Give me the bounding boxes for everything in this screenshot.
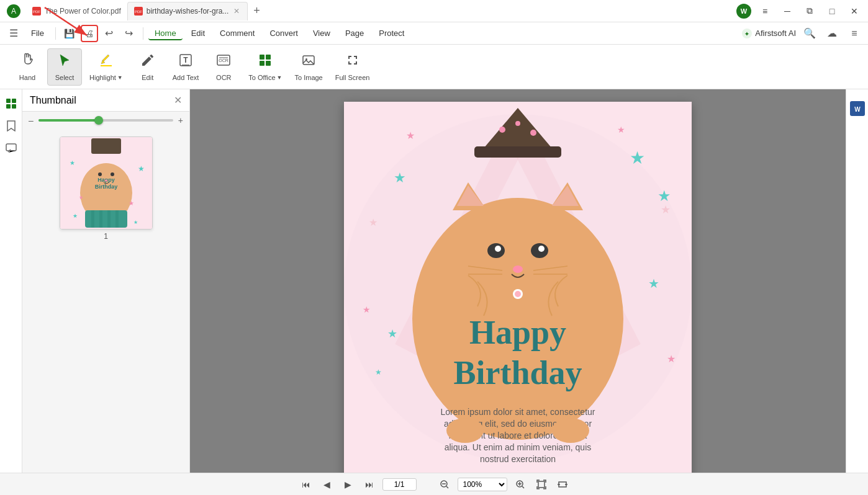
sidebar-icons xyxy=(0,89,22,473)
comments-panel-toggle[interactable] xyxy=(2,139,20,158)
hand-icon xyxy=(20,53,35,71)
svg-text:★: ★ xyxy=(394,170,406,185)
svg-rect-33 xyxy=(99,210,102,228)
menu-view[interactable]: View xyxy=(307,26,337,40)
svg-rect-32 xyxy=(91,210,94,228)
thumbnail-image: ★ ★ ★ ★ ★ ★ Happy Birthday xyxy=(60,136,153,230)
menu-protect[interactable]: Protect xyxy=(373,26,410,40)
fit-page-button[interactable] xyxy=(533,476,549,493)
minimize-button[interactable]: ─ xyxy=(779,2,796,20)
last-page-button[interactable]: ⏭ xyxy=(361,476,377,493)
tab-pdf2[interactable]: PDF birthday-wishes-for-gra... ✕ xyxy=(127,2,248,20)
svg-text:OCR: OCR xyxy=(219,58,229,63)
zoom-out-small[interactable]: – xyxy=(29,115,34,125)
print-button[interactable]: 🖨 xyxy=(81,25,98,42)
svg-point-72 xyxy=(538,246,545,252)
page-input[interactable] xyxy=(382,478,417,491)
svg-rect-20 xyxy=(266,61,271,66)
hamburger-button[interactable]: ≡ xyxy=(756,2,774,20)
svg-text:★: ★ xyxy=(363,305,371,314)
file-menu[interactable]: File xyxy=(25,26,50,40)
save-button[interactable]: 💾 xyxy=(61,25,78,42)
highlight-dropdown-icon[interactable]: ▼ xyxy=(117,74,123,81)
restore-button[interactable]: ⧉ xyxy=(801,2,818,20)
thumbnail-close-button[interactable]: ✕ xyxy=(174,94,182,106)
menu-edit[interactable]: Edit xyxy=(185,26,211,40)
full-screen-tool[interactable]: Full Screen xyxy=(330,48,375,86)
redo-button[interactable]: ↪ xyxy=(120,25,138,42)
svg-text:★: ★ xyxy=(129,200,134,207)
menu-convert[interactable]: Convert xyxy=(263,26,304,40)
svg-rect-25 xyxy=(6,104,11,109)
svg-text:★: ★ xyxy=(70,159,75,166)
zoom-in-button[interactable] xyxy=(512,476,528,493)
ocr-icon: OCR xyxy=(216,53,231,71)
to-image-tool[interactable]: To Image xyxy=(289,48,327,86)
svg-text:aliqua. Ut enim ad minim venia: aliqua. Ut enim ad minim veniam, quis xyxy=(445,442,592,452)
svg-point-66 xyxy=(515,121,520,126)
svg-text:Birthday: Birthday xyxy=(94,184,117,190)
hand-label: Hand xyxy=(19,74,35,81)
more-options-button[interactable]: ≡ xyxy=(846,25,863,42)
svg-point-44 xyxy=(98,172,102,176)
zoom-select[interactable]: 100% 75% 125% 150% 50% xyxy=(458,478,507,491)
first-page-button[interactable]: ⏮ xyxy=(298,476,314,493)
maximize-button[interactable]: □ xyxy=(823,2,841,20)
right-sidebar: W xyxy=(846,89,868,473)
thumbnail-page-number: 1 xyxy=(104,232,108,241)
main-toolbar: Hand Select Highlight ▼ Edit T Add Text xyxy=(0,45,868,89)
svg-text:★: ★ xyxy=(369,217,377,228)
add-text-icon: T xyxy=(178,53,193,71)
ai-brand[interactable]: ✦ Afirstsoft AI xyxy=(741,28,796,39)
undo-button[interactable]: ↩ xyxy=(101,25,118,42)
add-text-tool[interactable]: T Add Text xyxy=(168,48,204,86)
hand-tool[interactable]: Hand xyxy=(10,48,45,86)
edit-label: Edit xyxy=(142,74,153,81)
svg-text:★: ★ xyxy=(406,130,415,141)
bookmark-panel-toggle[interactable] xyxy=(2,117,20,135)
menu-home[interactable]: Home xyxy=(148,26,183,40)
search-button[interactable]: 🔍 xyxy=(801,25,818,42)
ocr-tool[interactable]: OCR OCR xyxy=(206,48,241,86)
edit-tool[interactable]: Edit xyxy=(130,48,165,86)
svg-rect-26 xyxy=(12,104,16,109)
svg-text:★: ★ xyxy=(73,213,78,219)
svg-line-107 xyxy=(522,486,524,488)
user-avatar: W xyxy=(736,4,751,19)
prev-page-button[interactable]: ◀ xyxy=(319,476,335,493)
thumbnail-zoom: – + xyxy=(22,112,189,129)
close-button[interactable]: ✕ xyxy=(846,2,863,20)
hamburger-menu[interactable]: ☰ xyxy=(5,25,22,42)
thumbnail-item[interactable]: ★ ★ ★ ★ ★ ★ Happy Birthday xyxy=(60,136,153,241)
svg-point-67 xyxy=(530,130,536,136)
to-image-icon xyxy=(301,53,316,71)
zoom-slider[interactable] xyxy=(38,119,173,122)
pdf-viewer[interactable]: ★ ★ ★ ★ ★ ★ ★ ★ ★ ★ ★ ★ xyxy=(190,89,846,473)
to-office-dropdown-icon[interactable]: ▼ xyxy=(277,74,283,81)
select-tool[interactable]: Select xyxy=(47,48,82,86)
full-screen-icon xyxy=(345,53,360,71)
menu-page[interactable]: Page xyxy=(339,26,370,40)
svg-rect-29 xyxy=(91,138,121,154)
svg-rect-23 xyxy=(6,99,11,103)
highlight-tool[interactable]: Highlight ▼ xyxy=(84,48,128,86)
tab-pdf1[interactable]: PDF The Power of Color.pdf xyxy=(26,2,127,20)
svg-rect-27 xyxy=(6,144,16,151)
select-icon xyxy=(57,53,72,71)
word-icon[interactable]: W xyxy=(848,99,867,118)
thumbnail-panel-toggle[interactable] xyxy=(2,94,20,113)
svg-rect-34 xyxy=(107,210,111,228)
tab2-close[interactable]: ✕ xyxy=(232,6,241,17)
zoom-in-small[interactable]: + xyxy=(178,115,183,125)
add-tab-button[interactable]: + xyxy=(248,2,265,20)
fit-width-button[interactable] xyxy=(554,476,571,493)
next-page-button[interactable]: ▶ xyxy=(340,476,356,493)
divider2 xyxy=(143,27,143,40)
menu-comment[interactable]: Comment xyxy=(214,26,261,40)
ai-logo-icon: ✦ xyxy=(741,28,753,39)
zoom-out-button[interactable] xyxy=(436,476,453,493)
divider1 xyxy=(55,27,56,40)
cloud-sync-button[interactable]: ☁ xyxy=(823,25,841,42)
svg-text:★: ★ xyxy=(387,328,397,340)
to-office-tool[interactable]: To Office ▼ xyxy=(243,48,287,86)
